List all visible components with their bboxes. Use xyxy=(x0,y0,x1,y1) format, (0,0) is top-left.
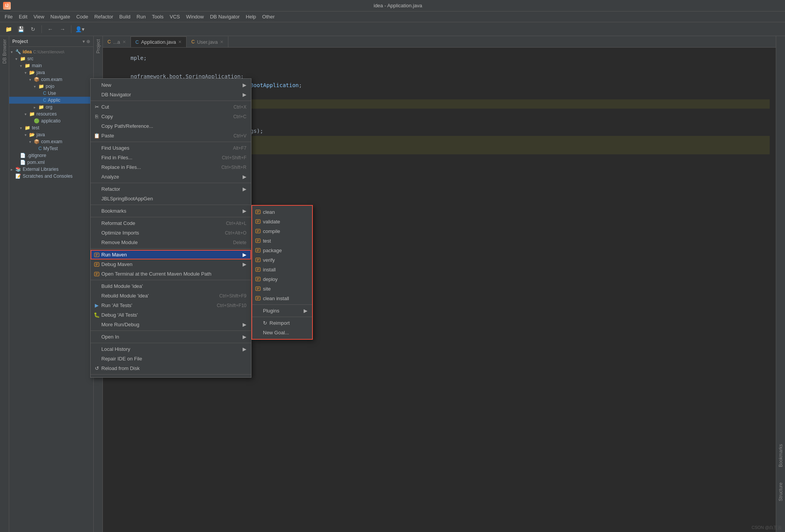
cm-more-run-debug[interactable]: More Run/Debug ▶ xyxy=(91,320,251,329)
toolbar-separator-1 xyxy=(41,25,42,33)
sm-sep-1 xyxy=(252,304,312,305)
cm-local-history[interactable]: Local History ▶ xyxy=(91,344,251,354)
profile-button[interactable]: 👤▾ xyxy=(74,24,85,35)
sm-validate[interactable]: validate xyxy=(252,217,312,226)
sm-deploy[interactable]: deploy xyxy=(252,274,312,284)
menu-db-navigator[interactable]: DB Navigator xyxy=(207,12,243,21)
save-button[interactable]: 💾 xyxy=(15,24,26,35)
cm-remove-module[interactable]: Remove Module Delete xyxy=(91,238,251,247)
menu-other[interactable]: Other xyxy=(259,12,278,21)
debug-maven-icon xyxy=(94,261,100,268)
cm-sep-4 xyxy=(91,205,251,205)
menu-window[interactable]: Window xyxy=(183,12,207,21)
menu-navigate[interactable]: Navigate xyxy=(47,12,73,21)
paste-icon: 📋 xyxy=(94,133,100,139)
sm-new-goal[interactable]: New Goal... xyxy=(252,328,312,337)
cm-sep-9 xyxy=(91,343,251,343)
open-project-button[interactable]: 📁 xyxy=(3,24,14,35)
menu-refactor[interactable]: Refactor xyxy=(91,12,116,21)
maven-verify-icon xyxy=(255,257,261,263)
cm-sep-1 xyxy=(91,101,251,101)
terminal-icon xyxy=(94,271,100,277)
cm-sep-10 xyxy=(91,374,251,375)
context-menu-overlay: New ▶ DB Navigator ▶ ✂ Cut Ctrl+X ⎘ Copy… xyxy=(0,36,785,532)
cm-paste[interactable]: 📋 Paste Ctrl+V xyxy=(91,131,251,140)
cm-optimize[interactable]: Optimize Imports Ctrl+Alt+O xyxy=(91,228,251,238)
cm-sep-2 xyxy=(91,142,251,142)
cm-copy[interactable]: ⎘ Copy Ctrl+C xyxy=(91,112,251,121)
sm-clean[interactable]: clean xyxy=(252,207,312,217)
sm-sep-2 xyxy=(252,317,312,317)
menu-build[interactable]: Build xyxy=(116,12,134,21)
run-icon: ▶ xyxy=(94,302,100,309)
window-title: idea - Application.java xyxy=(14,3,782,8)
menu-help[interactable]: Help xyxy=(243,12,259,21)
cm-sep-6 xyxy=(91,248,251,249)
cm-repair-ide[interactable]: Repair IDE on File xyxy=(91,354,251,363)
app-logo: IJ xyxy=(3,2,11,10)
maven-deploy-icon xyxy=(255,276,261,283)
cm-reformat[interactable]: Reformat Code Ctrl+Alt+L xyxy=(91,218,251,228)
cm-run-all-tests[interactable]: ▶ Run 'All Tests' Ctrl+Shift+F10 xyxy=(91,301,251,310)
cm-run-maven[interactable]: Run Maven ▶ xyxy=(91,250,251,259)
sm-clean-install[interactable]: clean install xyxy=(252,294,312,303)
sync-button[interactable]: ↻ xyxy=(28,24,38,35)
cm-replace-files[interactable]: Replace in Files... Ctrl+Shift+R xyxy=(91,162,251,172)
menu-tools[interactable]: Tools xyxy=(149,12,167,21)
reload-icon: ↺ xyxy=(94,365,100,372)
cm-new[interactable]: New ▶ xyxy=(91,80,251,90)
back-button[interactable]: ← xyxy=(45,24,56,35)
menu-view[interactable]: View xyxy=(30,12,47,21)
cm-jbl[interactable]: JBLSpringBootAppGen xyxy=(91,194,251,203)
cm-analyze[interactable]: Analyze ▶ xyxy=(91,172,251,182)
cm-debug-all-tests[interactable]: 🐛 Debug 'All Tests' xyxy=(91,310,251,320)
toolbar: 📁 💾 ↻ ← → 👤▾ xyxy=(0,22,785,36)
sm-verify[interactable]: verify xyxy=(252,255,312,265)
forward-button[interactable]: → xyxy=(57,24,68,35)
cm-sep-5 xyxy=(91,217,251,217)
sm-test[interactable]: test xyxy=(252,236,312,246)
sm-site[interactable]: site xyxy=(252,284,312,294)
cm-rebuild-module[interactable]: Rebuild Module 'idea' Ctrl+Shift+F9 xyxy=(91,291,251,301)
sm-package[interactable]: package xyxy=(252,246,312,255)
sm-plugins[interactable]: Plugins ▶ xyxy=(252,306,312,316)
menu-bar: File Edit View Navigate Code Refactor Bu… xyxy=(0,12,785,22)
cm-find-usages[interactable]: Find Usages Alt+F7 xyxy=(91,143,251,153)
maven-clean-icon xyxy=(255,209,261,215)
run-maven-submenu: clean validate c xyxy=(251,205,313,340)
maven-site-icon xyxy=(255,286,261,292)
run-maven-icon xyxy=(94,252,100,258)
menu-file[interactable]: File xyxy=(2,12,16,21)
cut-icon: ✂ xyxy=(94,104,100,110)
maven-compile-icon xyxy=(255,228,261,235)
maven-clean-install-icon xyxy=(255,296,261,302)
cm-open-terminal[interactable]: Open Terminal at the Current Maven Modul… xyxy=(91,269,251,279)
maven-package-icon xyxy=(255,248,261,254)
sm-reimport[interactable]: ↻ Reimport xyxy=(252,318,312,328)
cm-reload[interactable]: ↺ Reload from Disk xyxy=(91,363,251,373)
maven-test-icon xyxy=(255,238,261,244)
context-menu: New ▶ DB Navigator ▶ ✂ Cut Ctrl+X ⎘ Copy… xyxy=(90,78,251,378)
cm-debug-maven[interactable]: Debug Maven ▶ xyxy=(91,259,251,269)
cm-build-module[interactable]: Build Module 'idea' xyxy=(91,281,251,291)
copy-icon: ⎘ xyxy=(94,114,100,120)
toolbar-separator-2 xyxy=(71,25,71,33)
cm-sep-8 xyxy=(91,330,251,331)
sm-install[interactable]: install xyxy=(252,265,312,274)
menu-vcs[interactable]: VCS xyxy=(167,12,183,21)
cm-refactor[interactable]: Refactor ▶ xyxy=(91,184,251,194)
cm-cut[interactable]: ✂ Cut Ctrl+X xyxy=(91,102,251,112)
title-bar: IJ idea - Application.java xyxy=(0,0,785,12)
cm-find-files[interactable]: Find in Files... Ctrl+Shift+F xyxy=(91,153,251,162)
sm-compile[interactable]: compile xyxy=(252,226,312,236)
cm-copy-path[interactable]: Copy Path/Reference... xyxy=(91,121,251,131)
debug-icon: 🐛 xyxy=(94,312,100,318)
cm-db-navigator[interactable]: DB Navigator ▶ xyxy=(91,90,251,99)
menu-edit[interactable]: Edit xyxy=(16,12,30,21)
cm-open-in[interactable]: Open In ▶ xyxy=(91,332,251,342)
menu-code[interactable]: Code xyxy=(73,12,91,21)
menu-run[interactable]: Run xyxy=(134,12,149,21)
maven-validate-icon xyxy=(255,219,261,225)
cm-sep-3 xyxy=(91,183,251,183)
cm-bookmarks[interactable]: Bookmarks ▶ xyxy=(91,206,251,216)
